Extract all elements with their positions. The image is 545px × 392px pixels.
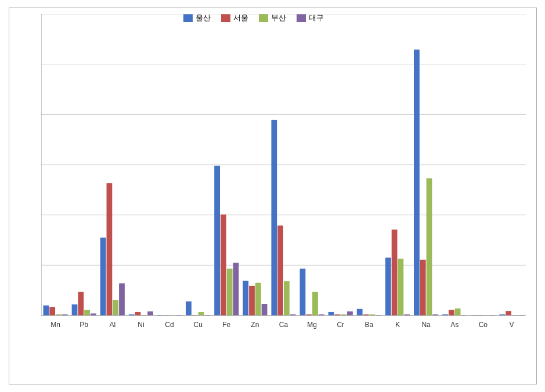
bar <box>284 281 290 315</box>
x-axis-label: Zn <box>251 321 259 329</box>
bar <box>506 311 511 315</box>
bar <box>261 304 267 315</box>
bar <box>328 312 334 315</box>
x-axis-label: Mg <box>307 321 317 329</box>
bar <box>100 238 106 315</box>
bar <box>356 309 362 315</box>
bar <box>214 166 220 315</box>
bar <box>249 286 255 315</box>
bar <box>78 292 84 315</box>
bar <box>135 312 140 315</box>
bar <box>71 304 77 315</box>
bar <box>198 312 204 315</box>
x-axis-label: Ba <box>364 321 373 329</box>
bar-chart-svg: 0.00.51.01.52.02.53.0MnPbAlNiCdCuFeZnCaM… <box>41 14 526 333</box>
bar <box>113 300 118 315</box>
bar <box>299 268 305 315</box>
bar <box>391 230 397 315</box>
x-axis-label: K <box>395 321 399 329</box>
bar <box>398 259 403 315</box>
bar <box>220 215 226 315</box>
bar <box>43 306 49 315</box>
x-axis-label: Ca <box>279 321 288 329</box>
bar <box>312 292 318 315</box>
bar <box>255 283 261 315</box>
x-axis-label: As <box>450 321 459 329</box>
bar <box>49 307 55 315</box>
bar <box>277 226 283 315</box>
x-axis-label: Co <box>478 321 488 329</box>
bar <box>347 311 353 315</box>
chart-area: 0.00.51.01.52.02.53.0MnPbAlNiCdCuFeZnCaM… <box>41 14 525 355</box>
x-axis-label: Fe <box>222 321 230 329</box>
bar <box>233 263 239 315</box>
bar <box>420 260 425 315</box>
x-axis-label: Cr <box>337 321 344 329</box>
bar <box>84 310 90 315</box>
bar <box>186 302 192 315</box>
bar <box>454 308 460 315</box>
x-axis-label: Cu <box>193 321 202 329</box>
x-axis-label: Ni <box>138 321 144 329</box>
bar <box>243 281 248 315</box>
bar <box>426 178 432 315</box>
bar <box>106 183 112 315</box>
x-axis-label: Cd <box>165 321 174 329</box>
x-axis-label: Al <box>109 321 116 329</box>
x-axis-label: V <box>509 321 514 329</box>
bar <box>448 310 454 315</box>
x-axis-label: Na <box>421 321 431 329</box>
bar <box>226 268 232 315</box>
x-axis-label: Pb <box>80 321 88 329</box>
bar <box>271 120 277 315</box>
x-axis-label: Mn <box>50 321 60 329</box>
chart-container: 울산서울부산대구 0.00.51.01.52.02.53.0MnPbAlNiCd… <box>9 8 537 384</box>
bar <box>119 284 125 315</box>
bar <box>385 257 391 315</box>
bar <box>90 314 96 315</box>
bar <box>147 311 153 315</box>
bar <box>414 50 420 315</box>
